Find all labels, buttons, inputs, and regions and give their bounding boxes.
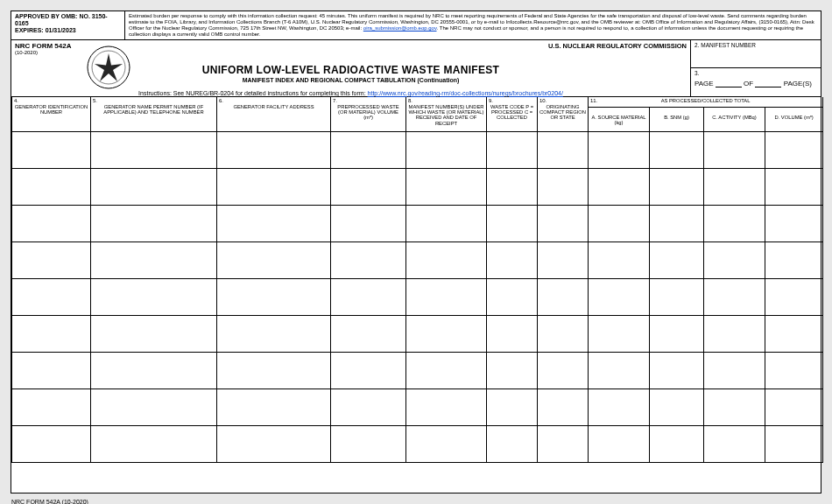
table-cell[interactable] — [406, 132, 487, 169]
table-cell[interactable] — [538, 132, 589, 169]
table-cell[interactable] — [765, 353, 823, 389]
table-cell[interactable] — [589, 206, 650, 242]
table-cell[interactable] — [487, 316, 538, 353]
table-cell[interactable] — [765, 389, 823, 426]
table-cell[interactable] — [406, 389, 487, 426]
table-cell[interactable] — [331, 132, 406, 169]
table-cell[interactable] — [12, 132, 91, 169]
table-cell[interactable] — [331, 279, 406, 316]
table-cell[interactable] — [589, 132, 650, 169]
table-cell[interactable] — [538, 316, 589, 353]
table-cell[interactable] — [91, 389, 217, 426]
table-cell[interactable] — [12, 169, 91, 206]
table-cell[interactable] — [331, 316, 406, 353]
table-cell[interactable] — [650, 426, 704, 463]
table-cell[interactable] — [589, 389, 650, 426]
burden-email-link[interactable]: oira_submission@omb.eop.gov — [363, 25, 437, 31]
table-cell[interactable] — [704, 389, 765, 426]
page-current-blank[interactable] — [716, 80, 742, 88]
table-cell[interactable] — [217, 242, 331, 279]
table-cell[interactable] — [331, 242, 406, 279]
table-cell[interactable] — [406, 426, 487, 463]
table-cell[interactable] — [650, 242, 704, 279]
page-total-blank[interactable] — [755, 80, 781, 88]
table-cell[interactable] — [217, 353, 331, 389]
table-cell[interactable] — [91, 316, 217, 353]
table-cell[interactable] — [91, 132, 217, 169]
table-cell[interactable] — [650, 389, 704, 426]
table-cell[interactable] — [331, 353, 406, 389]
table-cell[interactable] — [217, 206, 331, 242]
table-cell[interactable] — [704, 132, 765, 169]
table-cell[interactable] — [704, 316, 765, 353]
table-cell[interactable] — [589, 242, 650, 279]
table-cell[interactable] — [765, 316, 823, 353]
table-cell[interactable] — [589, 279, 650, 316]
table-cell[interactable] — [12, 353, 91, 389]
table-cell[interactable] — [331, 169, 406, 206]
table-cell[interactable] — [217, 389, 331, 426]
table-cell[interactable] — [487, 279, 538, 316]
table-cell[interactable] — [650, 316, 704, 353]
table-cell[interactable] — [765, 242, 823, 279]
page-number-cell[interactable]: 3. PAGE OF PAGE(S) — [691, 68, 821, 96]
table-cell[interactable] — [538, 353, 589, 389]
table-cell[interactable] — [765, 206, 823, 242]
table-cell[interactable] — [704, 169, 765, 206]
table-cell[interactable] — [12, 279, 91, 316]
table-cell[interactable] — [765, 132, 823, 169]
table-cell[interactable] — [704, 242, 765, 279]
table-cell[interactable] — [406, 316, 487, 353]
table-cell[interactable] — [91, 169, 217, 206]
table-cell[interactable] — [12, 206, 91, 242]
table-cell[interactable] — [406, 279, 487, 316]
table-cell[interactable] — [406, 353, 487, 389]
table-cell[interactable] — [650, 169, 704, 206]
table-cell[interactable] — [538, 426, 589, 463]
table-cell[interactable] — [704, 426, 765, 463]
table-cell[interactable] — [406, 169, 487, 206]
table-cell[interactable] — [589, 316, 650, 353]
table-cell[interactable] — [217, 279, 331, 316]
instructions-link[interactable]: http://www.nrc.gov/reading-rm/doc-collec… — [368, 90, 563, 96]
table-cell[interactable] — [704, 206, 765, 242]
table-cell[interactable] — [650, 206, 704, 242]
table-cell[interactable] — [487, 389, 538, 426]
table-cell[interactable] — [538, 389, 589, 426]
table-cell[interactable] — [650, 279, 704, 316]
table-cell[interactable] — [406, 206, 487, 242]
table-cell[interactable] — [704, 353, 765, 389]
table-cell[interactable] — [91, 279, 217, 316]
table-cell[interactable] — [217, 169, 331, 206]
table-cell[interactable] — [331, 426, 406, 463]
table-cell[interactable] — [704, 279, 765, 316]
table-cell[interactable] — [217, 132, 331, 169]
table-cell[interactable] — [538, 279, 589, 316]
table-cell[interactable] — [487, 169, 538, 206]
table-cell[interactable] — [538, 169, 589, 206]
table-cell[interactable] — [650, 132, 704, 169]
table-cell[interactable] — [91, 426, 217, 463]
table-cell[interactable] — [331, 389, 406, 426]
table-cell[interactable] — [91, 242, 217, 279]
table-cell[interactable] — [650, 353, 704, 389]
table-cell[interactable] — [589, 353, 650, 389]
table-cell[interactable] — [406, 242, 487, 279]
table-cell[interactable] — [538, 242, 589, 279]
table-cell[interactable] — [765, 279, 823, 316]
table-cell[interactable] — [487, 242, 538, 279]
table-cell[interactable] — [487, 426, 538, 463]
table-cell[interactable] — [91, 353, 217, 389]
table-cell[interactable] — [12, 426, 91, 463]
table-cell[interactable] — [538, 206, 589, 242]
table-cell[interactable] — [487, 206, 538, 242]
table-cell[interactable] — [331, 206, 406, 242]
table-cell[interactable] — [12, 389, 91, 426]
manifest-number-cell[interactable]: 2. MANIFEST NUMBER — [691, 40, 821, 69]
table-cell[interactable] — [589, 426, 650, 463]
table-cell[interactable] — [12, 242, 91, 279]
table-cell[interactable] — [765, 426, 823, 463]
table-cell[interactable] — [765, 169, 823, 206]
table-cell[interactable] — [589, 169, 650, 206]
table-cell[interactable] — [12, 316, 91, 353]
